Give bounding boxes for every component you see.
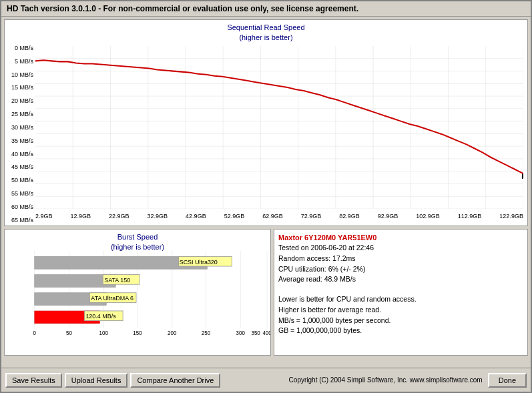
cpu-utilization: CPU utilization: 6% (+/- 2%) [278,264,523,275]
main-window: HD Tach version 3.0.1.0 - For non-commer… [0,0,532,393]
title-bar: HD Tach version 3.0.1.0 - For non-commer… [1,1,531,17]
svg-text:SCSI Ultra320: SCSI Ultra320 [180,259,218,266]
svg-text:400: 400 [262,330,270,336]
compare-drive-button[interactable]: Compare Another Drive [130,373,220,388]
svg-text:200: 200 [168,330,177,336]
svg-text:SATA 150: SATA 150 [104,277,130,284]
svg-text:50: 50 [66,330,72,336]
done-button[interactable]: Done [488,373,527,388]
bottom-section: Burst Speed (higher is better) [4,229,528,356]
seq-chart-title: Sequential Read Speed (higher is better) [7,23,525,43]
svg-text:120.4 MB/s: 120.4 MB/s [85,313,116,320]
y-axis-labels: 65 MB/s 60 MB/s 55 MB/s 50 MB/s 45 MB/s … [7,45,35,224]
svg-text:250: 250 [202,330,211,336]
x-axis-labels: 2.9GB 12.9GB 22.9GB 32.9GB 42.9GB 52.9GB… [35,210,523,222]
average-read: Average read: 48.9 MB/s [278,274,523,285]
main-content: Sequential Read Speed (higher is better)… [1,17,531,368]
svg-text:350: 350 [251,330,260,336]
test-date: Tested on 2006-06-20 at 22:46 [278,243,523,254]
desc-gb: GB = 1,000,000,000 bytes. [278,326,523,336]
seq-chart: 65 MB/s 60 MB/s 55 MB/s 50 MB/s 45 MB/s … [7,45,525,224]
random-access: Random access: 17.2ms [278,254,523,264]
svg-text:ATA UltraDMA 6: ATA UltraDMA 6 [91,295,134,302]
seq-chart-container: Sequential Read Speed (higher is better)… [4,19,528,226]
info-panel: Maxtor 6Y120M0 YAR51EW0 Tested on 2006-0… [274,229,528,356]
chart-plot-area [35,46,523,209]
save-results-button[interactable]: Save Results [5,373,62,388]
burst-chart-svg: SCSI Ultra320 SATA 150 ATA UltraDMA 6 12… [5,251,270,342]
burst-chart-title: Burst Speed (higher is better) [7,232,268,253]
footer: Save Results Upload Results Compare Anot… [1,368,531,392]
svg-text:100: 100 [99,330,109,336]
drive-name: Maxtor 6Y120M0 YAR51EW0 [278,234,523,242]
desc-mbs: MB/s = 1,000,000 bytes per second. [278,316,523,326]
svg-text:300: 300 [236,330,246,336]
upload-results-button[interactable]: Upload Results [65,373,128,388]
cursor-indicator [522,173,523,179]
desc-higher: Higher is better for average read. [278,305,523,316]
seq-chart-svg [35,46,523,209]
title-text: HD Tach version 3.0.1.0 - For non-commer… [7,4,358,13]
footer-buttons: Save Results Upload Results Compare Anot… [5,373,220,388]
copyright-text: Copyright (C) 2004 Simpli Software, Inc.… [289,376,483,384]
svg-text:150: 150 [133,330,142,336]
burst-chart-container: Burst Speed (higher is better) [4,229,271,356]
desc-lower: Lower is better for CPU and random acces… [278,294,523,305]
svg-text:0: 0 [33,330,37,336]
